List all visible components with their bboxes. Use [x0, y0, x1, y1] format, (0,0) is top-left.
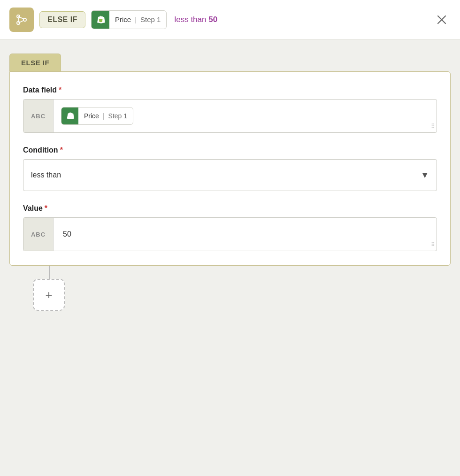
- add-button-container: +: [9, 266, 451, 311]
- value-section: Value * ABC 50 ⠿: [23, 204, 437, 251]
- chevron-down-icon: ▼: [421, 170, 429, 180]
- condition-label: Condition *: [23, 146, 437, 154]
- value-resize: ⠿: [429, 218, 437, 251]
- value-abc-label: ABC: [23, 218, 54, 251]
- workflow-icon: [15, 13, 28, 26]
- header-step-label: Step 1: [140, 15, 161, 23]
- data-field-abc-label: ABC: [23, 100, 54, 132]
- value-required: *: [45, 204, 47, 213]
- value-text: 50: [61, 230, 73, 238]
- condition-select-value: less than: [31, 171, 421, 179]
- data-field-content: Price | Step 1: [54, 100, 429, 132]
- data-field-divider: |: [103, 112, 105, 120]
- header-condition-text: less than 50: [174, 15, 427, 24]
- close-icon: [437, 15, 447, 25]
- data-field-resize: ⠿: [429, 100, 437, 132]
- condition-text-prefix: less than: [174, 15, 208, 24]
- header-price-label: Price: [115, 15, 131, 23]
- condition-select[interactable]: less than ▼: [23, 159, 437, 191]
- main-content: ELSE IF Data field * ABC: [0, 39, 460, 330]
- abc-label-text: ABC: [31, 113, 46, 120]
- workflow-icon-box: [9, 8, 34, 32]
- chip-divider: |: [135, 15, 137, 23]
- svg-point-2: [23, 18, 26, 21]
- data-field-shopify-icon: [61, 107, 78, 124]
- data-field-required: *: [59, 86, 61, 94]
- header-shopify-chip: Price | Step 1: [91, 10, 167, 29]
- data-field-chip-label: Price | Step 1: [78, 112, 133, 120]
- card-tab-label: ELSE IF: [21, 59, 49, 67]
- condition-section: Condition * less than ▼: [23, 146, 437, 191]
- data-field-step: Step 1: [108, 112, 127, 120]
- value-abc-text: ABC: [31, 231, 46, 238]
- data-field-price: Price: [84, 112, 99, 120]
- data-field-section: Data field * ABC: [23, 86, 437, 133]
- header-else-if-label: ELSE IF: [47, 15, 77, 23]
- value-label-text: Value: [23, 204, 43, 213]
- header-else-if-badge: ELSE IF: [39, 11, 85, 28]
- header-bar: ELSE IF Price | Step 1 less than 50: [0, 0, 460, 39]
- value-input[interactable]: ABC 50 ⠿: [23, 217, 437, 251]
- data-field-input[interactable]: ABC Price | Step: [23, 99, 437, 133]
- add-step-button[interactable]: +: [33, 279, 65, 311]
- condition-label-text: Condition: [23, 146, 58, 154]
- card-container: ELSE IF Data field * ABC: [9, 54, 451, 266]
- connector-line: [49, 266, 50, 279]
- condition-text-value: 50: [208, 15, 217, 24]
- value-label: Value *: [23, 204, 437, 213]
- data-field-label-text: Data field: [23, 86, 57, 94]
- data-field-shopify-chip: Price | Step 1: [61, 107, 133, 125]
- header-shopify-icon: [92, 11, 109, 29]
- value-field-content: 50: [54, 218, 429, 251]
- card-tab: ELSE IF: [9, 54, 61, 71]
- add-button-label: +: [45, 288, 52, 302]
- header-chip-label: Price | Step 1: [109, 15, 166, 23]
- close-button[interactable]: [433, 11, 451, 29]
- condition-required: *: [60, 146, 63, 154]
- card-body: Data field * ABC: [9, 71, 451, 266]
- data-field-label: Data field *: [23, 86, 437, 94]
